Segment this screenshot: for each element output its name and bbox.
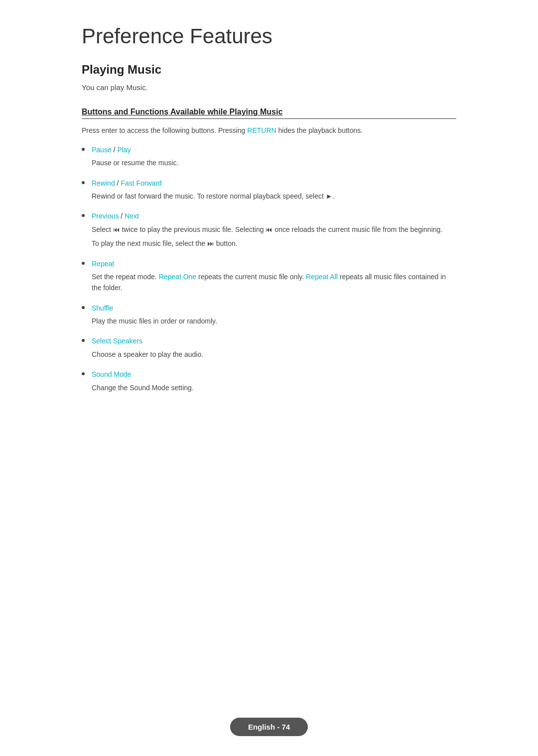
bullet-content: Select Speakers Choose a speaker to play… xyxy=(92,335,456,360)
bullet-content: Pause / Play Pause or resume the music. xyxy=(92,144,456,169)
list-item: Shuffle Play the music files in order or… xyxy=(82,303,456,327)
bullet-label: Rewind / Fast Forward xyxy=(92,178,456,189)
bullet-label-primary: Rewind xyxy=(92,179,115,187)
bullet-label: Repeat xyxy=(92,258,456,269)
bullet-dot xyxy=(82,306,85,309)
bullet-label-primary: Pause xyxy=(92,146,112,154)
subsection-title: Buttons and Functions Available while Pl… xyxy=(82,108,456,119)
bullet-label: Sound Mode xyxy=(92,369,456,380)
bullet-desc: Rewind or fast forward the music. To res… xyxy=(92,191,456,202)
bullet-sep: / xyxy=(119,212,125,220)
bullet-content: Sound Mode Change the Sound Mode setting… xyxy=(92,369,456,393)
section-title: Playing Music xyxy=(82,63,456,77)
bullet-dot xyxy=(82,181,85,184)
bullet-label-primary: Shuffle xyxy=(92,304,113,312)
repeat-one-text: Repeat One xyxy=(159,273,197,281)
bullet-content: Repeat Set the repeat mode. Repeat One r… xyxy=(92,258,456,294)
bullet-dot xyxy=(82,372,85,375)
list-item: Pause / Play Pause or resume the music. xyxy=(82,144,456,169)
bullet-dot xyxy=(82,148,85,151)
bullet-label-secondary: Next xyxy=(125,212,139,220)
list-item: Sound Mode Change the Sound Mode setting… xyxy=(82,369,456,393)
intro-text: Press enter to access the following butt… xyxy=(82,125,456,136)
bullet-desc-second: To play the next music file, select the … xyxy=(92,238,456,249)
bullet-sep: / xyxy=(112,146,118,154)
bullet-desc: Play the music files in order or randoml… xyxy=(92,316,456,326)
bullet-dot xyxy=(82,339,85,342)
list-item: Previous / Next Select ⏮ twice to play t… xyxy=(82,211,456,249)
bullet-desc: Pause or resume the music. xyxy=(92,157,456,168)
footer-bar: English - 74 xyxy=(230,718,308,736)
bullet-label-secondary: Fast Forward xyxy=(121,179,161,187)
bullet-label: Previous / Next xyxy=(92,211,456,221)
bullet-label-primary: Previous xyxy=(92,212,119,220)
bullet-label: Pause / Play xyxy=(92,144,456,155)
list-item: Select Speakers Choose a speaker to play… xyxy=(82,335,456,360)
bullet-label-secondary: Play xyxy=(117,146,131,154)
intro-text-before: Press enter to access the following butt… xyxy=(82,126,247,134)
section-intro: You can play Music. xyxy=(82,82,456,94)
bullet-label-primary: Repeat xyxy=(92,260,114,268)
bullet-content: Shuffle Play the music files in order or… xyxy=(92,303,456,327)
repeat-all-text: Repeat All xyxy=(306,273,338,281)
bullet-desc: Choose a speaker to play the audio. xyxy=(92,349,456,360)
bullet-label: Shuffle xyxy=(92,303,456,314)
page-container: Preference Features Playing Music You ca… xyxy=(0,0,538,442)
bullet-desc: Select ⏮ twice to play the previous musi… xyxy=(92,224,456,235)
bullet-dot xyxy=(82,214,85,217)
list-item: Repeat Set the repeat mode. Repeat One r… xyxy=(82,258,456,294)
chapter-title: Preference Features xyxy=(82,24,456,49)
bullet-sep: / xyxy=(115,179,121,187)
bullet-dot xyxy=(82,262,85,265)
bullet-label: Select Speakers xyxy=(92,335,456,346)
list-item: Rewind / Fast Forward Rewind or fast for… xyxy=(82,178,456,202)
bullet-label-primary: Sound Mode xyxy=(92,370,131,378)
bullet-label-primary: Select Speakers xyxy=(92,337,142,345)
bullet-list: Pause / Play Pause or resume the music. … xyxy=(82,144,456,393)
bullet-desc: Change the Sound Mode setting. xyxy=(92,382,456,393)
return-text: RETURN xyxy=(247,126,276,134)
bullet-desc: Set the repeat mode. Repeat One repeats … xyxy=(92,271,456,294)
bullet-content: Previous / Next Select ⏮ twice to play t… xyxy=(92,211,456,249)
intro-text-after: hides the playback buttons. xyxy=(276,126,363,134)
bullet-content: Rewind / Fast Forward Rewind or fast for… xyxy=(92,178,456,202)
